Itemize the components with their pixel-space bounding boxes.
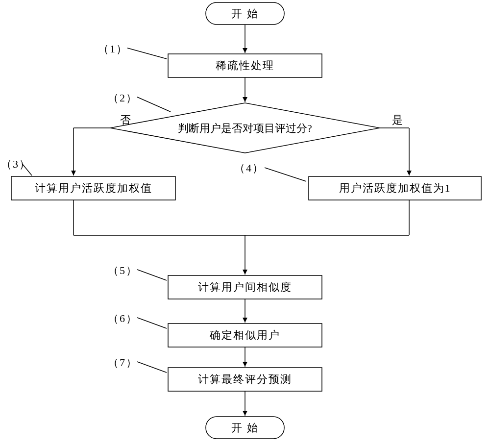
step2-num: （2）	[108, 91, 138, 105]
step4-text: 用户活跃度加权值为1	[309, 176, 481, 200]
svg-line-14	[137, 270, 167, 280]
step5-num: （5）	[108, 263, 138, 278]
step5-text: 计算用户间相似度	[168, 275, 322, 299]
svg-line-1	[127, 48, 167, 59]
step2-text: 判断用户是否对项目评过分?	[147, 117, 343, 140]
step1-num: （1）	[98, 42, 128, 56]
step4-num: （4）	[234, 161, 264, 175]
step1-text: 稀疏性处理	[168, 54, 322, 77]
yes-label: 是	[392, 113, 404, 127]
svg-line-18	[137, 362, 167, 373]
step7-num: （7）	[108, 355, 138, 370]
svg-line-9	[265, 168, 306, 181]
step3-text: 计算用户活跃度加权值	[11, 176, 175, 200]
no-label: 否	[120, 113, 132, 127]
svg-line-16	[137, 318, 167, 328]
step6-num: （6）	[108, 311, 138, 326]
step3-num: （3）	[1, 157, 31, 172]
step6-text: 确定相似用户	[168, 324, 322, 347]
start-text: 开 始	[206, 2, 284, 25]
end-text: 开 始	[206, 417, 284, 439]
step7-text: 计算最终评分预测	[168, 368, 322, 391]
svg-line-3	[137, 97, 171, 112]
